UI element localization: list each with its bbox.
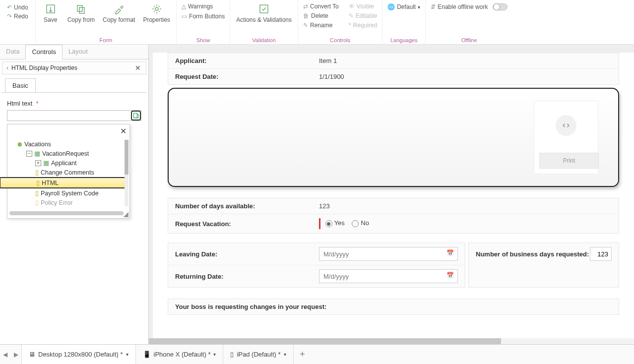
entity-icon: ⬢ bbox=[17, 141, 22, 148]
save-button[interactable]: Save bbox=[40, 1, 62, 24]
redo-icon: ↷ bbox=[7, 13, 12, 20]
convert-to-button[interactable]: ⇄Convert To bbox=[302, 2, 340, 10]
copy-format-label: Copy format bbox=[103, 16, 135, 23]
properties-button[interactable]: Properties bbox=[141, 1, 172, 24]
calendar-icon[interactable]: 📅 bbox=[446, 272, 454, 279]
ribbon-group-controls: Controls bbox=[302, 36, 378, 43]
returning-date-input[interactable] bbox=[319, 269, 458, 283]
resize-handle[interactable] bbox=[124, 212, 128, 217]
warning-icon: △ bbox=[182, 3, 186, 10]
panel-title: HTML Display Properties bbox=[11, 64, 77, 71]
device-tab-desktop[interactable]: 🖥 Desktop 1280x800 (Default) * ▾ bbox=[22, 345, 136, 364]
chevron-down-icon[interactable]: ▾ bbox=[126, 352, 128, 357]
chevron-down-icon[interactable]: ▾ bbox=[213, 352, 216, 357]
required-label: Required bbox=[353, 22, 377, 29]
form-icon: ▦ bbox=[34, 150, 40, 157]
attr-icon: ▯ bbox=[36, 179, 40, 186]
days-available-value: 123 bbox=[319, 202, 330, 210]
editable-button[interactable]: ✎Editable bbox=[348, 12, 378, 20]
form-buttons-icon: ▭ bbox=[182, 13, 187, 20]
attr-icon: ▯ bbox=[35, 189, 39, 197]
radio-yes[interactable] bbox=[325, 220, 332, 227]
redo-button[interactable]: ↷ Redo bbox=[6, 12, 29, 20]
copy-format-button[interactable]: Copy format bbox=[101, 1, 137, 24]
convert-icon: ⇄ bbox=[303, 3, 308, 10]
language-button[interactable]: 🌐 Default ▾ bbox=[386, 1, 421, 11]
ribbon-group-languages: Languages bbox=[386, 36, 421, 43]
rename-button[interactable]: ✎Rename bbox=[302, 21, 340, 29]
add-device-tab[interactable]: + bbox=[294, 349, 312, 360]
html-display-widget[interactable]: Print bbox=[168, 88, 619, 187]
undo-button[interactable]: ↶ Undo bbox=[6, 3, 29, 11]
visible-button[interactable]: 👁Visible bbox=[348, 2, 378, 10]
svg-rect-2 bbox=[79, 7, 84, 13]
html-text-label: Html text bbox=[7, 100, 32, 107]
language-label: Default bbox=[397, 3, 416, 10]
svg-rect-5 bbox=[133, 113, 137, 118]
enable-offline-button[interactable]: ⇵ Enable offline work bbox=[430, 1, 508, 11]
back-icon[interactable]: ‹ bbox=[6, 64, 8, 71]
days-available-label: Number of days available: bbox=[175, 202, 319, 210]
tree-label: Payroll System Code bbox=[41, 190, 99, 197]
data-picker-button[interactable] bbox=[131, 111, 141, 121]
request-vacation-label: Request Vacation: bbox=[175, 220, 319, 228]
tab-nav-left[interactable]: ◀ bbox=[0, 345, 11, 364]
business-days-input[interactable] bbox=[590, 247, 612, 261]
eye-icon: 👁 bbox=[349, 3, 355, 10]
tree-label: HTML bbox=[42, 180, 59, 186]
tree-node-payroll[interactable]: ▯Payroll System Code bbox=[9, 188, 128, 198]
device-tab-label: iPhone X (Default) * bbox=[154, 351, 211, 358]
left-tabs: Data Controls Layout bbox=[0, 45, 148, 60]
close-panel-button[interactable]: ✕ bbox=[134, 64, 142, 72]
tree-node-change-comments[interactable]: ▯Change Comments bbox=[9, 168, 128, 177]
tree-node-policy-error[interactable]: ▯Policy Error bbox=[9, 198, 128, 207]
device-tab-label: iPad (Default) * bbox=[237, 351, 280, 358]
tree-node-applicant[interactable]: +▦Applicant bbox=[9, 158, 128, 168]
svg-rect-1 bbox=[77, 5, 82, 11]
collapse-icon[interactable]: − bbox=[26, 151, 32, 157]
gear-icon bbox=[150, 2, 163, 15]
tab-controls[interactable]: Controls bbox=[25, 45, 62, 60]
print-button[interactable]: Print bbox=[539, 153, 599, 169]
svg-point-3 bbox=[155, 7, 158, 10]
tab-layout[interactable]: Layout bbox=[63, 45, 94, 59]
tree-label: VacationRequest bbox=[42, 150, 89, 157]
device-tab-ipad[interactable]: ▯ iPad (Default) * ▾ bbox=[223, 345, 293, 364]
canvas-hscrollbar[interactable] bbox=[149, 338, 634, 344]
tree-node-vacations[interactable]: ⬢Vacations bbox=[9, 140, 128, 149]
tree-node-html[interactable]: ▯HTML bbox=[0, 177, 128, 188]
warnings-button[interactable]: △ Warnings bbox=[181, 2, 226, 10]
expand-icon[interactable]: + bbox=[35, 160, 41, 166]
html-text-input[interactable] bbox=[7, 110, 141, 121]
monitor-icon: 🖥 bbox=[29, 351, 35, 358]
offline-toggle[interactable] bbox=[493, 3, 507, 10]
request-date-value: 1/1/1900 bbox=[319, 73, 344, 80]
panel-tab-basic[interactable]: Basic bbox=[5, 78, 36, 92]
copy-from-button[interactable]: Copy from bbox=[65, 1, 97, 24]
tab-data[interactable]: Data bbox=[0, 45, 25, 59]
leaving-date-input[interactable] bbox=[319, 247, 458, 261]
tree-vscrollbar[interactable] bbox=[125, 140, 128, 206]
radio-no[interactable] bbox=[352, 220, 359, 227]
actions-validations-button[interactable]: Actions & Validations bbox=[234, 1, 294, 24]
undo-icon: ↶ bbox=[7, 4, 12, 11]
chevron-down-icon[interactable]: ▾ bbox=[284, 352, 286, 357]
tree-hscrollbar[interactable] bbox=[9, 211, 124, 215]
rename-label: Rename bbox=[310, 22, 332, 29]
save-icon bbox=[44, 2, 57, 15]
radio-yes-label: Yes bbox=[334, 219, 345, 227]
chevron-down-icon: ▾ bbox=[418, 4, 420, 10]
popup-close-button[interactable]: ✕ bbox=[7, 124, 129, 138]
form-buttons-button[interactable]: ▭ Form Buttons bbox=[181, 12, 226, 20]
code-icon bbox=[556, 115, 576, 136]
tab-nav-right[interactable]: ▶ bbox=[11, 345, 22, 364]
calendar-icon[interactable]: 📅 bbox=[446, 249, 454, 256]
check-icon bbox=[257, 2, 270, 15]
rename-icon: ✎ bbox=[303, 22, 308, 29]
delete-button[interactable]: 🗑Delete bbox=[302, 12, 340, 20]
applicant-label: Applicant: bbox=[175, 57, 319, 64]
tree-node-vacationrequest[interactable]: −▦VacationRequest bbox=[9, 149, 128, 158]
radio-no-label: No bbox=[361, 219, 369, 227]
required-button[interactable]: *Required bbox=[348, 21, 378, 29]
device-tab-iphone[interactable]: 📱 iPhone X (Default) * ▾ bbox=[136, 345, 224, 364]
